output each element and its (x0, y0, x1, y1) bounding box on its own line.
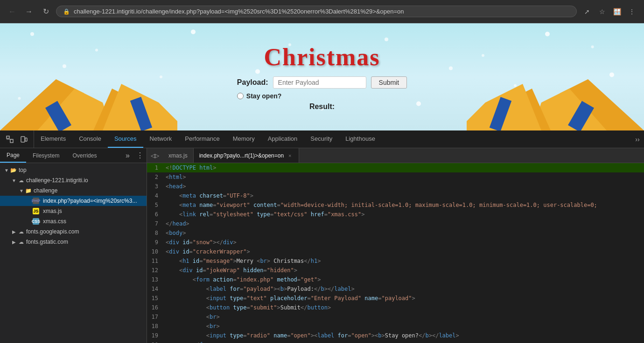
bookmark-button[interactable]: ☆ (595, 5, 609, 18)
reload-button[interactable]: ↻ (39, 5, 52, 18)
tree-item-index-php[interactable]: PHP index.php?payload=<img%20src%3... (0, 196, 147, 206)
line-content: <form action="index.php" method="get"> (164, 275, 644, 284)
stay-open-radio[interactable] (237, 93, 244, 99)
line-content: <link rel="stylesheet" type="text/css" h… (164, 210, 644, 219)
devtools-icon-group (0, 130, 34, 148)
tab-security[interactable]: Security (304, 130, 339, 148)
sources-sidebar: Page Filesystem Overrides » ⋮ ▼ 📂 top (0, 148, 147, 343)
code-line-9: 9 <div id="snow"></div> (147, 238, 644, 247)
line-number: 5 (147, 200, 164, 210)
line-content: <!DOCTYPE html> (164, 163, 644, 172)
editor-nav-button[interactable]: ◁▷ (151, 152, 159, 159)
css-icon: CSS (33, 218, 39, 225)
svg-rect-36 (25, 138, 27, 141)
payload-input[interactable] (273, 76, 366, 89)
tree-item-domain[interactable]: ▼ ☁ challenge-1221.intigriti.io (0, 175, 147, 185)
device-toolbar-button[interactable] (18, 133, 30, 145)
line-content: <meta charset="UTF-8"> (164, 191, 644, 200)
tab-close-button[interactable]: × (287, 152, 293, 159)
tab-application[interactable]: Application (261, 130, 304, 148)
code-line-3: 3 <head> (147, 182, 644, 191)
tree-item-googleapis[interactable]: ▶ ☁ fonts.googleapis.com (0, 226, 147, 237)
sources-subtab-more-button[interactable]: » (126, 151, 130, 160)
tree-item-gstatic[interactable]: ▶ ☁ fonts.gstatic.com (0, 237, 147, 247)
svg-point-4 (385, 38, 388, 41)
tab-elements[interactable]: Elements (34, 130, 72, 148)
tab-sources[interactable]: Sources (108, 130, 143, 148)
submit-button[interactable]: Submit (371, 76, 407, 89)
line-content: <input type="text" placeholder="Enter Pa… (164, 294, 644, 303)
back-button[interactable]: ← (6, 5, 19, 18)
editor-tab-index-php[interactable]: index.php?paylo...rt(1)>&open=on × (194, 148, 299, 163)
code-content[interactable]: 1 <!DOCTYPE html> 2 <html> 3 <head> 4 <m… (147, 163, 644, 343)
inspect-element-button[interactable] (4, 133, 16, 145)
line-number: 14 (147, 284, 164, 294)
line-number: 15 (147, 294, 164, 303)
code-line-4: 4 <meta charset="UTF-8"> (147, 191, 644, 200)
code-line-18: 18 <br> (147, 322, 644, 331)
devtools-more-button[interactable]: ›› (631, 133, 644, 146)
editor-tab-icon-area: ◁▷ (147, 148, 163, 163)
subtab-overrides[interactable]: Overrides (66, 148, 103, 163)
svg-rect-32 (7, 136, 9, 138)
menu-button[interactable]: ⋮ (625, 5, 638, 18)
line-number: 11 (147, 256, 164, 266)
folder-icon: 📂 (10, 167, 17, 173)
devtools-tabs: Elements Console Sources Network Perform… (0, 130, 644, 148)
code-line-15: 15 <input type="text" placeholder="Enter… (147, 294, 644, 303)
address-bar[interactable]: 🔒 challenge-1221.intigriti.io/challenge/… (56, 6, 577, 17)
line-content: </form> (164, 340, 644, 343)
svg-point-18 (416, 102, 421, 106)
tab-performance[interactable]: Performance (178, 130, 226, 148)
tree-item-top[interactable]: ▼ 📂 top (0, 165, 147, 175)
tab-console[interactable]: Console (72, 130, 108, 148)
page-content: Christmas Payload: Submit Stay open? Res… (0, 23, 644, 130)
subtab-page[interactable]: Page (0, 148, 26, 163)
line-content: <div id="snow"></div> (164, 238, 644, 247)
code-line-16: 16 <button type="submit">Submit</button> (147, 303, 644, 312)
line-content: </head> (164, 219, 644, 228)
code-line-20: 20 </form> (147, 340, 644, 343)
editor-tab-xmas-js[interactable]: xmas.js (163, 148, 194, 163)
no-arrow (26, 198, 32, 204)
extensions-button[interactable]: 🪟 (610, 5, 623, 18)
tree-item-xmas-js[interactable]: JS xmas.js (0, 206, 147, 216)
line-number: 12 (147, 266, 164, 275)
code-editor: ◁▷ xmas.js index.php?paylo...rt(1)>&open… (147, 148, 644, 343)
cloud-icon: ☁ (18, 239, 24, 245)
line-number: 16 (147, 303, 164, 312)
svg-point-6 (545, 32, 550, 36)
tree-item-label: index.php?payload=<img%20src%3... (43, 198, 137, 204)
no-arrow (26, 208, 32, 214)
result-row: Result: (237, 103, 407, 111)
line-content: <div id="jokeWrap" hidden="hidden"> (164, 266, 644, 275)
line-content: <meta name="viewport" content="width=dev… (164, 200, 644, 210)
line-content: <head> (164, 182, 644, 191)
php-icon: PHP (33, 198, 39, 204)
no-arrow (26, 219, 32, 224)
line-content: <button type="submit">Submit</button> (164, 303, 644, 312)
tree-item-label: fonts.googleapis.com (26, 228, 79, 235)
tab-memory[interactable]: Memory (226, 130, 261, 148)
tree-item-xmas-css[interactable]: CSS xmas.css (0, 216, 147, 226)
arrow-right-icon: ▶ (11, 229, 17, 234)
svg-point-0 (30, 32, 34, 36)
share-button[interactable]: ➚ (581, 5, 594, 18)
payload-label: Payload: (237, 78, 268, 87)
code-line-2: 2 <html> (147, 172, 644, 182)
tab-lighthouse[interactable]: Lighthouse (339, 130, 382, 148)
line-number: 7 (147, 219, 164, 228)
sources-kebab-button[interactable]: ⋮ (133, 148, 147, 163)
tree-item-label: fonts.gstatic.com (26, 239, 68, 245)
subtab-filesystem[interactable]: Filesystem (26, 148, 66, 163)
line-content: <div id="crackerWrapper"> (164, 247, 644, 256)
code-line-8: 8 <body> (147, 228, 644, 238)
tree-item-challenge-folder[interactable]: ▼ 📁 challenge (0, 185, 147, 196)
tree-item-label: xmas.js (43, 208, 62, 214)
tab-network[interactable]: Network (143, 130, 179, 148)
forward-button[interactable]: → (22, 5, 35, 18)
result-label: Result: (309, 103, 335, 110)
arrow-down-icon: ▼ (19, 188, 24, 193)
page-title: Christmas (237, 43, 407, 71)
line-content: <br> (164, 312, 644, 322)
